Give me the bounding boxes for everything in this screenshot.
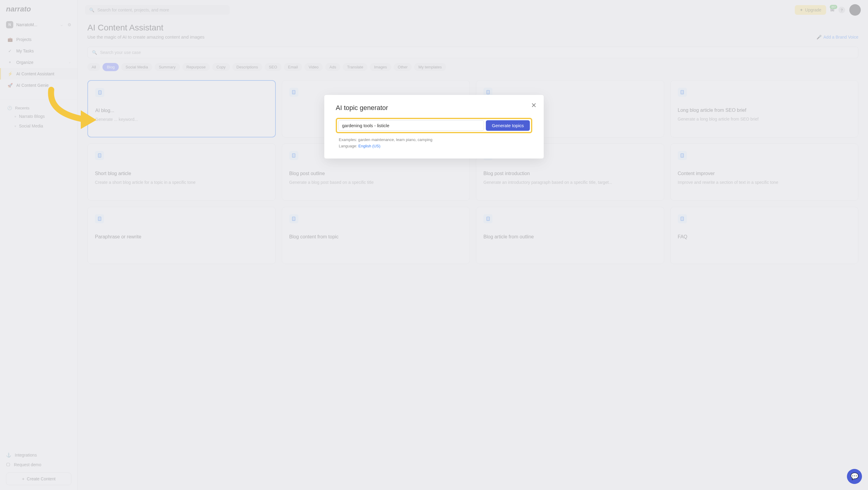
modal-input-highlight: Generate topics xyxy=(336,118,532,133)
chat-icon: 💬 xyxy=(850,472,859,480)
generate-topics-button[interactable]: Generate topics xyxy=(486,120,530,131)
close-button[interactable]: ✕ xyxy=(531,101,536,110)
topic-input[interactable] xyxy=(338,120,484,131)
language-link[interactable]: English (US) xyxy=(358,144,380,148)
modal-title: AI topic generator xyxy=(336,104,532,112)
ai-topic-generator-modal: ✕ AI topic generator Generate topics Exa… xyxy=(324,95,544,158)
modal-overlay[interactable]: ✕ AI topic generator Generate topics Exa… xyxy=(0,0,868,490)
modal-examples: Examples: garden maintenance, learn pian… xyxy=(339,137,532,142)
modal-language: Language: English (US) xyxy=(339,144,532,148)
chat-support-button[interactable]: 💬 xyxy=(847,469,862,484)
close-icon: ✕ xyxy=(531,101,536,109)
